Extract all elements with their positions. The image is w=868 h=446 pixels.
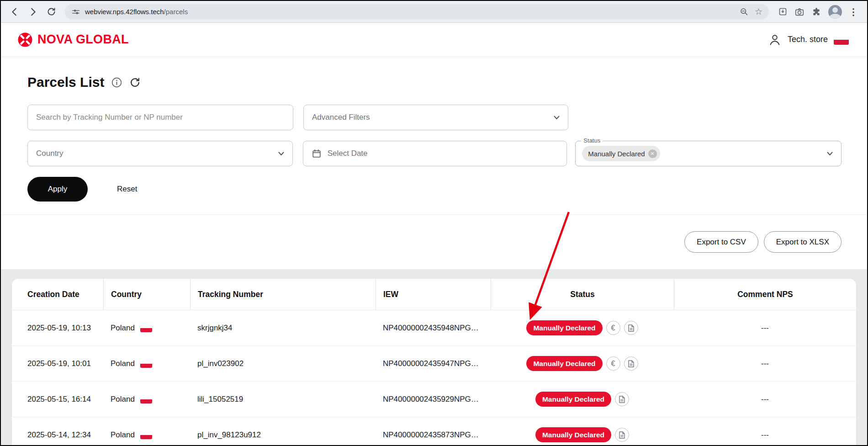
column-header-iew: IEW xyxy=(376,279,491,310)
documents-icon[interactable] xyxy=(615,392,629,406)
documents-icon[interactable] xyxy=(624,321,638,335)
chevron-down-icon xyxy=(554,116,560,120)
forward-button[interactable] xyxy=(25,4,41,20)
country-select-label: Country xyxy=(36,149,64,158)
column-header-tracking-number: Tracking Number xyxy=(190,279,376,310)
calendar-icon xyxy=(312,149,322,159)
app-page: NOVA GLOBAL Tech. store Parcels List xyxy=(1,23,867,445)
comment-nps-cell: --- xyxy=(674,417,856,445)
date-picker-input[interactable]: Select Date xyxy=(303,141,567,166)
poland-flag-icon xyxy=(834,34,849,45)
creation-date-cell: 2025-05-19, 10:01 xyxy=(12,346,103,381)
refresh-list-icon[interactable] xyxy=(129,77,141,88)
filters-panel: Parcels List Advanced Filters Country xyxy=(1,56,867,269)
customs-payment-euro-icon[interactable]: € xyxy=(606,356,620,371)
status-cell: Manually Declared xyxy=(491,417,674,445)
logo-text: NOVA GLOBAL xyxy=(37,32,129,47)
user-icon xyxy=(768,33,782,47)
customs-payment-euro-icon[interactable]: € xyxy=(606,321,620,335)
tracking-number-cell: lili_15052519 xyxy=(190,382,376,417)
advanced-filters-select[interactable]: Advanced Filters xyxy=(303,105,568,130)
browser-actions: ⋮ xyxy=(774,5,862,19)
url-text[interactable]: webview.nps.42flows.tech/parcels xyxy=(85,8,188,16)
table-row: 2025-05-14, 12:34 Poland pl_inv_98123u91… xyxy=(12,417,856,445)
country-select[interactable]: Country xyxy=(27,141,293,166)
status-chip: Manually Declared × xyxy=(582,146,660,161)
browser-menu-icon[interactable]: ⋮ xyxy=(849,7,858,16)
info-icon[interactable] xyxy=(111,77,122,88)
country-cell: Poland xyxy=(103,310,190,345)
comment-nps-cell: --- xyxy=(674,310,856,345)
reset-button[interactable]: Reset xyxy=(117,185,137,194)
account-button[interactable]: Tech. store xyxy=(768,33,849,47)
status-cell: Manually Declared € xyxy=(491,310,674,345)
browser-window: webview.nps.42flows.tech/parcels ☆ ⋮ xyxy=(0,0,868,446)
export-xlsx-button[interactable]: Export to XLSX xyxy=(764,231,842,253)
bookmark-star-icon[interactable]: ☆ xyxy=(755,7,762,16)
tracking-number-cell: skrjgnkj34 xyxy=(190,310,376,345)
table-header-row: Creation Date Country Tracking Number IE… xyxy=(12,279,856,310)
country-name: Poland xyxy=(111,395,135,404)
comment-nps-cell: --- xyxy=(674,382,856,417)
chevron-down-icon xyxy=(278,152,284,156)
apply-button[interactable]: Apply xyxy=(27,177,88,202)
comment-nps-cell: --- xyxy=(674,346,856,381)
nova-global-logo-icon xyxy=(17,32,33,48)
export-csv-button[interactable]: Export to CSV xyxy=(684,231,758,253)
search-input[interactable] xyxy=(27,105,293,130)
browser-toolbar: webview.nps.42flows.tech/parcels ☆ ⋮ xyxy=(1,1,867,23)
back-arrow-icon xyxy=(10,7,20,17)
parcels-table: Creation Date Country Tracking Number IE… xyxy=(12,279,856,445)
documents-icon[interactable] xyxy=(624,356,638,371)
filter-row-2: Country Select Date Status Manually Decl… xyxy=(27,141,842,166)
reload-icon xyxy=(47,7,56,16)
date-picker-label: Select Date xyxy=(328,149,368,158)
reload-button[interactable] xyxy=(43,4,59,20)
poland-flag-icon xyxy=(140,360,152,368)
status-field-label: Status xyxy=(581,137,603,144)
status-cell: Manually Declared € xyxy=(491,346,674,381)
poland-flag-icon xyxy=(140,431,152,439)
status-chip-label: Manually Declared xyxy=(588,150,645,158)
advanced-filters-label: Advanced Filters xyxy=(312,113,370,122)
column-header-comment-nps: Comment NPS xyxy=(674,279,856,310)
chevron-down-icon xyxy=(827,152,833,156)
chip-remove-icon[interactable]: × xyxy=(648,149,657,158)
country-name: Poland xyxy=(111,430,135,440)
iew-cell: NP40000002435947NPG… xyxy=(376,346,491,381)
title-row: Parcels List xyxy=(27,74,842,90)
page-title: Parcels List xyxy=(27,74,104,90)
country-cell: Poland xyxy=(103,346,190,381)
documents-icon[interactable] xyxy=(615,428,629,442)
omnibox-actions: ☆ xyxy=(740,7,762,16)
url-host: webview.nps.42flows.tech xyxy=(85,8,164,16)
iew-cell: NP40000002435948NPG… xyxy=(376,310,491,345)
poland-flag-icon xyxy=(140,324,152,332)
logo-link[interactable]: NOVA GLOBAL xyxy=(17,32,129,48)
site-info-icon[interactable] xyxy=(71,7,80,16)
country-cell: Poland xyxy=(103,417,190,445)
profile-avatar[interactable] xyxy=(828,5,842,19)
country-name: Poland xyxy=(111,324,135,333)
export-row: Export to CSV Export to XLSX xyxy=(27,231,842,253)
status-badge: Manually Declared xyxy=(535,427,611,442)
filter-actions: Apply Reset xyxy=(27,177,842,202)
iew-cell: NP40000002435929NPG… xyxy=(376,382,491,417)
column-header-status: Status xyxy=(491,279,674,310)
status-cell: Manually Declared xyxy=(491,382,674,417)
tracking-number-cell: pl_inv_98123u912 xyxy=(190,417,376,445)
toolbar-extension-icon-1[interactable] xyxy=(778,7,788,16)
poland-flag-icon xyxy=(140,395,152,404)
back-button[interactable] xyxy=(6,4,23,20)
status-badge: Manually Declared xyxy=(526,320,602,335)
status-badge: Manually Declared xyxy=(526,356,602,371)
status-select[interactable]: Status Manually Declared × xyxy=(575,141,842,166)
address-bar[interactable]: webview.nps.42flows.tech/parcels ☆ xyxy=(65,4,769,20)
tracking-number-cell: pl_inv023902 xyxy=(190,346,376,381)
extensions-puzzle-icon[interactable] xyxy=(811,7,821,17)
toolbar-extension-icon-2[interactable] xyxy=(794,7,804,17)
creation-date-cell: 2025-05-15, 16:14 xyxy=(12,382,103,417)
country-name: Poland xyxy=(111,359,135,368)
table-row: 2025-05-19, 10:13 Poland skrjgnkj34 NP40… xyxy=(12,310,856,346)
zoom-icon[interactable] xyxy=(740,7,748,16)
